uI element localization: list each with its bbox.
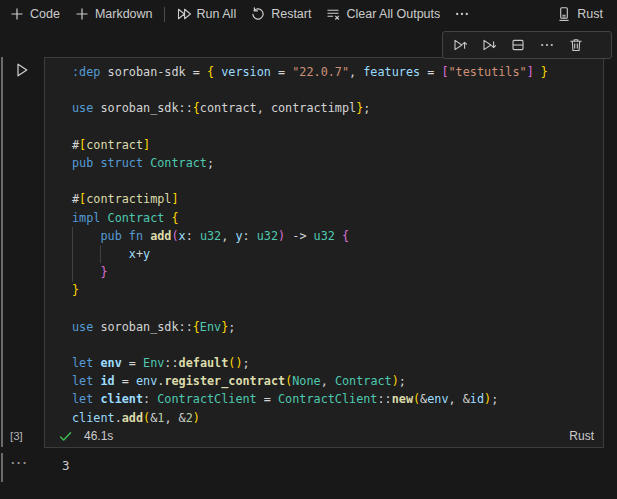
code-token: } [534,65,548,79]
code-token: [ [441,65,448,79]
code-token: use [72,320,93,334]
indent-guide [72,227,73,282]
code-line[interactable]: :dep soroban-sdk = { version = "22.0.7",… [72,63,603,81]
code-token: None [292,374,320,388]
code-token: ] [171,192,178,206]
cell-more-actions-icon[interactable] [539,37,555,53]
code-token [72,229,100,243]
add-markdown-label: Markdown [95,7,153,21]
code-line[interactable] [72,172,603,190]
code-line[interactable]: x+y [72,245,603,263]
clear-all-icon [325,6,341,22]
code-token: ( [171,229,178,243]
toolbar-divider [164,7,165,22]
code-token: ; [363,101,370,115]
execute-below-icon[interactable] [481,37,497,53]
code-token: = [427,65,441,79]
plus-icon [9,6,25,22]
code-token: u32 [314,229,342,243]
code-token: contract [86,138,143,152]
cell-output-value: 3 [62,458,70,473]
code-token: features [363,65,427,79]
code-line[interactable]: let id = env.register_contract(None, Con… [72,372,603,390]
code-token: let [72,374,100,388]
clear-all-outputs-button[interactable]: Clear All Outputs [318,2,447,26]
code-token: Contract [143,156,207,170]
code-token: id [100,374,114,388]
split-cell-icon[interactable] [510,37,526,53]
code-token: u32 [257,229,278,243]
code-line[interactable]: } [72,281,603,299]
add-code-label: Code [30,7,60,21]
code-line[interactable]: impl Contract { [72,209,603,227]
code-token: client [100,392,143,406]
cell-language-picker[interactable]: Rust [569,429,594,443]
code-token: ; [207,156,214,170]
code-line[interactable]: pub struct Contract; [72,154,603,172]
code-line[interactable]: #[contract] [72,136,603,154]
code-line[interactable]: pub fn add(x: u32, y: u32) -> u32 { [72,227,603,245]
cell-status-bar: 46.1s Rust [45,425,603,447]
code-line[interactable] [72,336,603,354]
success-check-icon [58,429,73,444]
ellipsis-icon [454,6,470,22]
run-all-icon [176,6,192,22]
code-line[interactable] [72,81,603,99]
code-token: { [193,101,200,115]
add-markdown-cell-button[interactable]: Markdown [67,2,160,26]
restart-button[interactable]: Restart [243,2,318,26]
code-token: soroban_sdk:: [93,320,192,334]
delete-cell-icon[interactable] [568,37,584,53]
code-token: u32 [200,229,221,243]
indent-guide [100,245,101,263]
code-token: , [321,374,335,388]
run-all-label: Run All [197,7,237,21]
code-token: y [235,229,242,243]
code-token: env [136,374,157,388]
cell-focus-indicator [1,57,3,447]
cell-hover-toolbar [442,31,612,59]
code-token: ContractClient [157,392,256,406]
code-token: Env [200,320,221,334]
code-line[interactable] [72,299,603,317]
code-line[interactable] [72,118,603,136]
code-line[interactable]: } [72,263,603,281]
execution-duration: 46.1s [84,429,113,443]
code-line[interactable]: #[contractimpl] [72,190,603,208]
run-all-button[interactable]: Run All [169,2,244,26]
code-token: ) [392,374,399,388]
run-cell-button[interactable] [13,61,31,79]
code-token: Contract [335,374,392,388]
code-token: . [115,411,122,425]
code-token: ; [491,392,498,406]
code-line[interactable]: use soroban_sdk::{Env}; [72,318,603,336]
code-token: x [179,229,186,243]
code-token: ) [193,411,200,425]
code-line[interactable]: let env = Env::default(); [72,354,603,372]
kernel-picker-button[interactable]: Rust [549,2,610,26]
code-token: { [342,229,349,243]
code-token: y [143,247,150,261]
code-token: , & [164,411,185,425]
output-options-button[interactable]: ··· [11,455,29,470]
execute-above-icon[interactable] [452,37,468,53]
code-line[interactable]: let client: ContractClient = ContractCli… [72,390,603,408]
add-code-cell-button[interactable]: Code [2,2,67,26]
plus-icon [74,6,90,22]
code-token: new [392,392,413,406]
code-token: contract, contractimpl [200,101,356,115]
code-token: () [228,356,242,370]
code-token: { [193,320,200,334]
code-editor[interactable]: :dep soroban-sdk = { version = "22.0.7",… [45,58,603,427]
code-line[interactable]: use soroban_sdk::{contract, contractimpl… [72,99,603,117]
toolbar-more-actions-button[interactable] [447,2,477,26]
execution-count: [3] [10,430,23,442]
code-token: register_contract [164,374,285,388]
code-token: impl [72,211,100,225]
kernel-icon [556,6,572,22]
code-token: :dep [72,65,100,79]
code-token: = [257,392,278,406]
code-token: , & [449,392,470,406]
code-token: } [100,265,107,279]
code-token: = [115,374,136,388]
